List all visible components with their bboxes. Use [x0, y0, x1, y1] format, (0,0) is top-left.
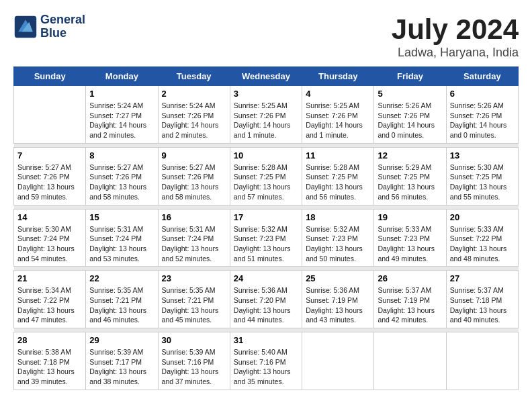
cell-info: Sunrise: 5:37 AMSunset: 7:18 PMDaylight:…	[450, 285, 515, 325]
cell-info: Sunrise: 5:32 AMSunset: 7:23 PMDaylight:…	[306, 224, 370, 264]
day-number: 5	[378, 89, 442, 99]
header-row: SundayMondayTuesdayWednesdayThursdayFrid…	[14, 67, 519, 86]
calendar-cell: 4Sunrise: 5:25 AMSunset: 7:26 PMDaylight…	[302, 86, 374, 144]
title-block: July 2024 Ladwa, Haryana, India	[392, 13, 519, 60]
calendar-cell: 15Sunrise: 5:31 AMSunset: 7:24 PMDayligh…	[86, 209, 158, 267]
calendar-cell: 19Sunrise: 5:33 AMSunset: 7:23 PMDayligh…	[374, 209, 446, 267]
day-number: 12	[378, 150, 442, 161]
cell-info: Sunrise: 5:27 AMSunset: 7:26 PMDaylight:…	[17, 163, 82, 202]
calendar-subtitle: Ladwa, Haryana, India	[392, 46, 519, 60]
day-number: 26	[378, 273, 442, 283]
calendar-cell: 13Sunrise: 5:30 AMSunset: 7:25 PMDayligh…	[446, 147, 518, 205]
calendar-cell	[302, 332, 374, 390]
calendar-cell: 21Sunrise: 5:34 AMSunset: 7:22 PMDayligh…	[14, 271, 86, 328]
cell-info: Sunrise: 5:32 AMSunset: 7:23 PMDaylight:…	[234, 224, 298, 264]
calendar-week-1: 1Sunrise: 5:24 AMSunset: 7:27 PMDaylight…	[14, 86, 519, 144]
day-number: 14	[17, 212, 82, 222]
calendar-cell	[446, 332, 518, 390]
calendar-cell: 23Sunrise: 5:35 AMSunset: 7:21 PMDayligh…	[158, 271, 230, 328]
cell-info: Sunrise: 5:36 AMSunset: 7:19 PMDaylight:…	[306, 285, 370, 325]
cell-info: Sunrise: 5:26 AMSunset: 7:26 PMDaylight:…	[450, 101, 515, 140]
cell-info: Sunrise: 5:28 AMSunset: 7:25 PMDaylight:…	[234, 163, 298, 202]
day-number: 10	[234, 150, 298, 161]
calendar-cell: 6Sunrise: 5:26 AMSunset: 7:26 PMDaylight…	[446, 86, 518, 144]
calendar-cell: 11Sunrise: 5:28 AMSunset: 7:25 PMDayligh…	[302, 147, 374, 205]
calendar-cell: 22Sunrise: 5:35 AMSunset: 7:21 PMDayligh…	[86, 271, 158, 328]
calendar-cell: 25Sunrise: 5:36 AMSunset: 7:19 PMDayligh…	[302, 271, 374, 328]
cell-info: Sunrise: 5:33 AMSunset: 7:22 PMDaylight:…	[450, 224, 515, 264]
day-number: 20	[450, 212, 515, 222]
calendar-cell: 30Sunrise: 5:39 AMSunset: 7:16 PMDayligh…	[158, 332, 230, 390]
cell-info: Sunrise: 5:39 AMSunset: 7:17 PMDaylight:…	[89, 347, 154, 387]
cell-info: Sunrise: 5:36 AMSunset: 7:20 PMDaylight:…	[234, 285, 298, 325]
day-number: 29	[89, 335, 154, 345]
calendar-cell: 31Sunrise: 5:40 AMSunset: 7:16 PMDayligh…	[230, 332, 302, 390]
day-number: 31	[234, 335, 298, 345]
header-day-sunday: Sunday	[14, 67, 86, 86]
calendar-cell: 29Sunrise: 5:39 AMSunset: 7:17 PMDayligh…	[86, 332, 158, 390]
cell-info: Sunrise: 5:31 AMSunset: 7:24 PMDaylight:…	[89, 224, 154, 264]
logo: General Blue	[13, 13, 85, 40]
cell-info: Sunrise: 5:34 AMSunset: 7:22 PMDaylight:…	[17, 285, 82, 325]
cell-info: Sunrise: 5:37 AMSunset: 7:19 PMDaylight:…	[378, 285, 442, 325]
cell-info: Sunrise: 5:33 AMSunset: 7:23 PMDaylight:…	[378, 224, 442, 264]
page-header: General Blue July 2024 Ladwa, Haryana, I…	[13, 13, 519, 60]
day-number: 1	[89, 89, 154, 99]
cell-info: Sunrise: 5:35 AMSunset: 7:21 PMDaylight:…	[162, 285, 226, 325]
day-number: 21	[17, 273, 82, 283]
day-number: 25	[306, 273, 370, 283]
header-day-wednesday: Wednesday	[230, 67, 302, 86]
calendar-cell: 16Sunrise: 5:31 AMSunset: 7:24 PMDayligh…	[158, 209, 230, 267]
calendar-title: July 2024	[392, 13, 519, 46]
day-number: 9	[162, 150, 226, 161]
calendar-cell: 28Sunrise: 5:38 AMSunset: 7:18 PMDayligh…	[14, 332, 86, 390]
cell-info: Sunrise: 5:24 AMSunset: 7:27 PMDaylight:…	[89, 101, 154, 140]
calendar-cell: 7Sunrise: 5:27 AMSunset: 7:26 PMDaylight…	[14, 147, 86, 205]
day-number: 8	[89, 150, 154, 161]
day-number: 23	[162, 273, 226, 283]
day-number: 30	[162, 335, 226, 345]
cell-info: Sunrise: 5:35 AMSunset: 7:21 PMDaylight:…	[89, 285, 154, 325]
calendar-cell: 9Sunrise: 5:27 AMSunset: 7:26 PMDaylight…	[158, 147, 230, 205]
day-number: 18	[306, 212, 370, 222]
cell-info: Sunrise: 5:39 AMSunset: 7:16 PMDaylight:…	[162, 347, 226, 387]
day-number: 4	[306, 89, 370, 99]
calendar-cell: 20Sunrise: 5:33 AMSunset: 7:22 PMDayligh…	[446, 209, 518, 267]
calendar-week-4: 21Sunrise: 5:34 AMSunset: 7:22 PMDayligh…	[14, 271, 519, 328]
cell-info: Sunrise: 5:27 AMSunset: 7:26 PMDaylight:…	[89, 163, 154, 202]
calendar-cell	[14, 86, 86, 144]
day-number: 27	[450, 273, 515, 283]
day-number: 17	[234, 212, 298, 222]
calendar-cell: 18Sunrise: 5:32 AMSunset: 7:23 PMDayligh…	[302, 209, 374, 267]
calendar-cell: 3Sunrise: 5:25 AMSunset: 7:26 PMDaylight…	[230, 86, 302, 144]
calendar-week-3: 14Sunrise: 5:30 AMSunset: 7:24 PMDayligh…	[14, 209, 519, 267]
day-number: 16	[162, 212, 226, 222]
cell-info: Sunrise: 5:30 AMSunset: 7:24 PMDaylight:…	[17, 224, 82, 264]
calendar-cell: 8Sunrise: 5:27 AMSunset: 7:26 PMDaylight…	[86, 147, 158, 205]
calendar-cell: 17Sunrise: 5:32 AMSunset: 7:23 PMDayligh…	[230, 209, 302, 267]
calendar-cell: 27Sunrise: 5:37 AMSunset: 7:18 PMDayligh…	[446, 271, 518, 328]
day-number: 19	[378, 212, 442, 222]
day-number: 2	[162, 89, 226, 99]
header-day-friday: Friday	[374, 67, 446, 86]
calendar-header: SundayMondayTuesdayWednesdayThursdayFrid…	[14, 67, 519, 86]
cell-info: Sunrise: 5:30 AMSunset: 7:25 PMDaylight:…	[450, 163, 515, 202]
calendar-cell: 12Sunrise: 5:29 AMSunset: 7:25 PMDayligh…	[374, 147, 446, 205]
calendar-week-2: 7Sunrise: 5:27 AMSunset: 7:26 PMDaylight…	[14, 147, 519, 205]
header-day-monday: Monday	[86, 67, 158, 86]
day-number: 3	[234, 89, 298, 99]
cell-info: Sunrise: 5:40 AMSunset: 7:16 PMDaylight:…	[234, 347, 298, 387]
calendar-cell: 1Sunrise: 5:24 AMSunset: 7:27 PMDaylight…	[86, 86, 158, 144]
cell-info: Sunrise: 5:31 AMSunset: 7:24 PMDaylight:…	[162, 224, 226, 264]
day-number: 28	[17, 335, 82, 345]
logo-icon	[13, 15, 38, 39]
header-day-tuesday: Tuesday	[158, 67, 230, 86]
header-day-thursday: Thursday	[302, 67, 374, 86]
day-number: 7	[17, 150, 82, 161]
cell-info: Sunrise: 5:24 AMSunset: 7:26 PMDaylight:…	[162, 101, 226, 140]
calendar-cell: 26Sunrise: 5:37 AMSunset: 7:19 PMDayligh…	[374, 271, 446, 328]
cell-info: Sunrise: 5:26 AMSunset: 7:26 PMDaylight:…	[378, 101, 442, 140]
cell-info: Sunrise: 5:28 AMSunset: 7:25 PMDaylight:…	[306, 163, 370, 202]
day-number: 15	[89, 212, 154, 222]
day-number: 22	[89, 273, 154, 283]
